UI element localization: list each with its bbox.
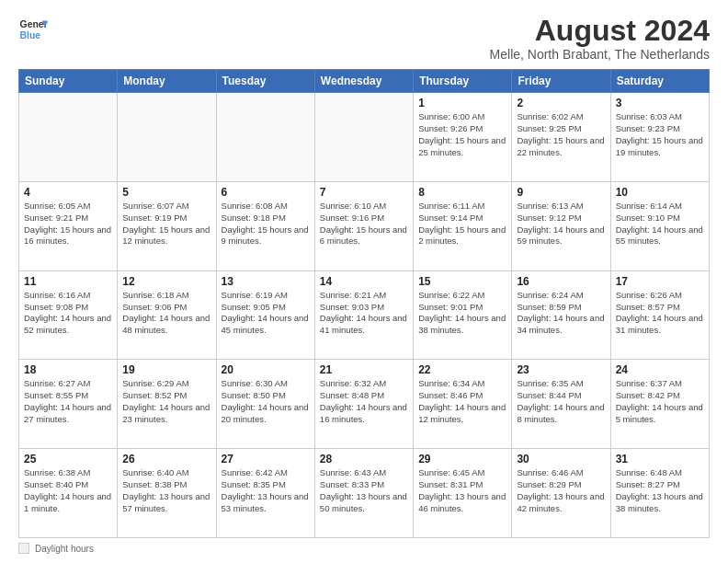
- calendar-cell: 28Sunrise: 6:43 AMSunset: 8:33 PMDayligh…: [314, 449, 413, 538]
- day-number: 15: [418, 275, 506, 288]
- calendar-cell: 22Sunrise: 6:34 AMSunset: 8:46 PMDayligh…: [414, 360, 512, 449]
- day-number: 6: [222, 186, 310, 199]
- day-number: 11: [24, 275, 112, 288]
- weekday-header: Monday: [118, 70, 216, 93]
- calendar-cell: 29Sunrise: 6:45 AMSunset: 8:31 PMDayligh…: [414, 449, 512, 538]
- calendar-cell: 6Sunrise: 6:08 AMSunset: 9:18 PMDaylight…: [216, 181, 314, 270]
- calendar-week-row: 25Sunrise: 6:38 AMSunset: 8:40 PMDayligh…: [19, 449, 710, 538]
- calendar-cell: 2Sunrise: 6:02 AMSunset: 9:25 PMDaylight…: [512, 93, 610, 182]
- day-info: Sunrise: 6:16 AMSunset: 9:08 PMDaylight:…: [24, 290, 112, 337]
- calendar-cell: 15Sunrise: 6:22 AMSunset: 9:01 PMDayligh…: [414, 270, 512, 360]
- calendar-cell: 12Sunrise: 6:18 AMSunset: 9:06 PMDayligh…: [118, 270, 216, 360]
- day-number: 10: [616, 186, 704, 199]
- calendar-cell: 27Sunrise: 6:42 AMSunset: 8:35 PMDayligh…: [216, 449, 314, 538]
- day-number: 23: [517, 363, 605, 376]
- calendar-cell: 1Sunrise: 6:00 AMSunset: 9:26 PMDaylight…: [414, 93, 512, 182]
- calendar-cell: 11Sunrise: 6:16 AMSunset: 9:08 PMDayligh…: [19, 270, 118, 360]
- day-info: Sunrise: 6:07 AMSunset: 9:19 PMDaylight:…: [122, 201, 210, 247]
- day-info: Sunrise: 6:03 AMSunset: 9:23 PMDaylight:…: [616, 111, 704, 158]
- day-number: 9: [517, 186, 605, 199]
- day-number: 13: [222, 275, 310, 288]
- day-info: Sunrise: 6:21 AMSunset: 9:03 PMDaylight:…: [320, 290, 408, 337]
- calendar-cell: 8Sunrise: 6:11 AMSunset: 9:14 PMDaylight…: [414, 181, 512, 270]
- day-number: 16: [517, 275, 605, 288]
- day-info: Sunrise: 6:48 AMSunset: 8:27 PMDaylight:…: [616, 467, 704, 514]
- calendar-cell: 25Sunrise: 6:38 AMSunset: 8:40 PMDayligh…: [19, 449, 118, 538]
- calendar-cell: 17Sunrise: 6:26 AMSunset: 8:57 PMDayligh…: [610, 270, 709, 360]
- day-info: Sunrise: 6:35 AMSunset: 8:44 PMDaylight:…: [517, 378, 605, 425]
- calendar-cell: 19Sunrise: 6:29 AMSunset: 8:52 PMDayligh…: [118, 360, 216, 449]
- day-number: 17: [616, 275, 704, 288]
- calendar-week-row: 4Sunrise: 6:05 AMSunset: 9:21 PMDaylight…: [19, 181, 710, 270]
- weekday-header: Friday: [512, 70, 610, 93]
- day-number: 12: [122, 275, 210, 288]
- day-info: Sunrise: 6:38 AMSunset: 8:40 PMDaylight:…: [24, 467, 112, 514]
- calendar-cell: 13Sunrise: 6:19 AMSunset: 9:05 PMDayligh…: [216, 270, 314, 360]
- page: General Blue August 2024 Melle, North Br…: [0, 0, 728, 563]
- weekday-header: Tuesday: [216, 70, 314, 93]
- day-info: Sunrise: 6:37 AMSunset: 8:42 PMDaylight:…: [616, 378, 704, 425]
- day-number: 31: [616, 453, 704, 465]
- day-info: Sunrise: 6:46 AMSunset: 8:29 PMDaylight:…: [517, 467, 605, 514]
- day-number: 19: [122, 363, 210, 376]
- day-info: Sunrise: 6:43 AMSunset: 8:33 PMDaylight:…: [320, 467, 408, 514]
- calendar-week-row: 1Sunrise: 6:00 AMSunset: 9:26 PMDaylight…: [19, 93, 710, 182]
- day-info: Sunrise: 6:14 AMSunset: 9:10 PMDaylight:…: [616, 201, 704, 247]
- calendar-cell: 21Sunrise: 6:32 AMSunset: 8:48 PMDayligh…: [314, 360, 413, 449]
- calendar-header-row: SundayMondayTuesdayWednesdayThursdayFrid…: [19, 70, 710, 93]
- calendar-cell: 10Sunrise: 6:14 AMSunset: 9:10 PMDayligh…: [610, 181, 709, 270]
- day-number: 30: [517, 453, 605, 465]
- day-number: 3: [616, 97, 704, 109]
- day-number: 1: [418, 97, 506, 109]
- calendar-cell: 5Sunrise: 6:07 AMSunset: 9:19 PMDaylight…: [118, 181, 216, 270]
- calendar-cell: 14Sunrise: 6:21 AMSunset: 9:03 PMDayligh…: [314, 270, 413, 360]
- weekday-header: Sunday: [19, 70, 118, 93]
- calendar-cell: 3Sunrise: 6:03 AMSunset: 9:23 PMDaylight…: [610, 93, 709, 182]
- day-info: Sunrise: 6:42 AMSunset: 8:35 PMDaylight:…: [222, 467, 310, 514]
- day-info: Sunrise: 6:10 AMSunset: 9:16 PMDaylight:…: [320, 201, 408, 247]
- main-title: August 2024: [490, 15, 710, 47]
- daylight-icon: [18, 543, 29, 554]
- day-number: 8: [418, 186, 506, 199]
- logo-icon: General Blue: [18, 15, 48, 44]
- calendar-cell: 18Sunrise: 6:27 AMSunset: 8:55 PMDayligh…: [19, 360, 118, 449]
- day-info: Sunrise: 6:40 AMSunset: 8:38 PMDaylight:…: [122, 467, 210, 514]
- calendar-cell: 31Sunrise: 6:48 AMSunset: 8:27 PMDayligh…: [610, 449, 709, 538]
- calendar-cell: 24Sunrise: 6:37 AMSunset: 8:42 PMDayligh…: [610, 360, 709, 449]
- calendar-cell: 7Sunrise: 6:10 AMSunset: 9:16 PMDaylight…: [314, 181, 413, 270]
- logo: General Blue: [18, 15, 48, 44]
- day-info: Sunrise: 6:11 AMSunset: 9:14 PMDaylight:…: [418, 201, 506, 247]
- day-info: Sunrise: 6:34 AMSunset: 8:46 PMDaylight:…: [418, 378, 506, 425]
- calendar-cell: [216, 93, 314, 182]
- calendar-cell: [314, 93, 413, 182]
- day-info: Sunrise: 6:45 AMSunset: 8:31 PMDaylight:…: [418, 467, 506, 514]
- day-info: Sunrise: 6:13 AMSunset: 9:12 PMDaylight:…: [517, 201, 605, 247]
- day-number: 4: [24, 186, 112, 199]
- calendar-cell: 16Sunrise: 6:24 AMSunset: 8:59 PMDayligh…: [512, 270, 610, 360]
- day-number: 14: [320, 275, 408, 288]
- day-info: Sunrise: 6:22 AMSunset: 9:01 PMDaylight:…: [418, 290, 506, 337]
- calendar-cell: 4Sunrise: 6:05 AMSunset: 9:21 PMDaylight…: [19, 181, 118, 270]
- day-info: Sunrise: 6:24 AMSunset: 8:59 PMDaylight:…: [517, 290, 605, 337]
- day-number: 21: [320, 363, 408, 376]
- day-info: Sunrise: 6:29 AMSunset: 8:52 PMDaylight:…: [122, 378, 210, 425]
- day-number: 24: [616, 363, 704, 376]
- day-number: 18: [24, 363, 112, 376]
- day-number: 25: [24, 453, 112, 465]
- day-number: 2: [517, 97, 605, 109]
- calendar-table: SundayMondayTuesdayWednesdayThursdayFrid…: [18, 69, 710, 538]
- weekday-header: Saturday: [610, 70, 709, 93]
- svg-text:Blue: Blue: [20, 30, 41, 40]
- calendar-cell: 26Sunrise: 6:40 AMSunset: 8:38 PMDayligh…: [118, 449, 216, 538]
- day-info: Sunrise: 6:32 AMSunset: 8:48 PMDaylight:…: [320, 378, 408, 425]
- day-number: 26: [122, 453, 210, 465]
- day-number: 20: [222, 363, 310, 376]
- day-info: Sunrise: 6:18 AMSunset: 9:06 PMDaylight:…: [122, 290, 210, 337]
- calendar-week-row: 11Sunrise: 6:16 AMSunset: 9:08 PMDayligh…: [19, 270, 710, 360]
- weekday-header: Thursday: [414, 70, 512, 93]
- day-info: Sunrise: 6:19 AMSunset: 9:05 PMDaylight:…: [222, 290, 310, 337]
- calendar-cell: [19, 93, 118, 182]
- day-info: Sunrise: 6:08 AMSunset: 9:18 PMDaylight:…: [222, 201, 310, 247]
- day-number: 27: [222, 453, 310, 465]
- day-info: Sunrise: 6:02 AMSunset: 9:25 PMDaylight:…: [517, 111, 605, 158]
